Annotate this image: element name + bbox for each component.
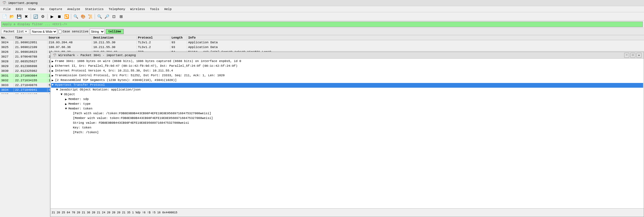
toolbar-save[interactable]: 💾 [16, 13, 22, 20]
tree-toggle-icon[interactable]: ▼ [56, 88, 59, 91]
detail-row[interactable]: ▶ [2 Reassembled TCP Segments (1230 byte… [51, 78, 643, 83]
string-select[interactable]: String Regex [90, 29, 105, 34]
filter-bar [0, 21, 644, 28]
cell-protocol: TLSv1.2 [137, 41, 170, 44]
detail-row[interactable]: ▶ Frame 3841: 1086 bytes on wire (8688 b… [51, 59, 643, 64]
menu-statistics[interactable]: Statistics [83, 7, 106, 11]
toolbar-zoom-in[interactable]: 🔍 [96, 13, 103, 20]
packet-list-header: No. Time Source Destination Protocol Len… [0, 35, 644, 40]
cell-time: 22.271849941 [14, 88, 47, 92]
detail-row[interactable]: ▶ Transmission Control Protocol, Src Por… [51, 73, 643, 78]
tree-node-text: Ethernet II, Src: Parallel_f0:9d:47 (00:… [55, 64, 643, 68]
detail-row[interactable]: ▶ Member: type [51, 102, 643, 107]
toolbar-filter-expr[interactable]: 🔍 [72, 13, 79, 20]
case-sensitive-text: Case sensitive [63, 30, 88, 33]
col-header-length: Length [170, 36, 187, 39]
tree-node-text: Internet Protocol Version 4, Src: 10.211… [55, 69, 643, 72]
detail-row[interactable]: ▼ Member: token [51, 107, 643, 111]
toolbar-start[interactable]: ▶ [49, 13, 55, 20]
menu-tools[interactable]: Tools [148, 7, 161, 11]
detail-row[interactable]: [Member with value: token:FDB8E9B9B443CB… [51, 116, 643, 121]
dialog-title-text: Wireshark · Packet 3841 · important.pcap… [58, 54, 136, 57]
menu-bar: File Edit View Go Capture Analyze Statis… [0, 6, 644, 12]
toolbar-stop[interactable]: ⏹ [56, 13, 63, 20]
tree-toggle-icon[interactable]: ▼ [61, 93, 64, 96]
toolbar-new[interactable]: 📄 [1, 13, 8, 20]
cell-time: 21.969012109 [14, 46, 47, 49]
cell-protocol: TLSv1.2 [137, 46, 170, 49]
cell-no: 3829 [0, 65, 14, 68]
tree-node-text: Object [64, 93, 643, 96]
filter-input[interactable] [1, 22, 643, 27]
detail-row[interactable]: ▶ Member: sdp [51, 97, 643, 102]
tree-node-text: Member: sdp [68, 97, 643, 101]
tree-toggle-icon[interactable]: ▼ [65, 107, 68, 110]
toolbar-colorize[interactable]: 🎨 [80, 13, 86, 20]
col-header-time: Time [14, 36, 47, 39]
toolbar-resize-columns[interactable]: ⊞ [118, 13, 125, 20]
tree-toggle-icon[interactable]: ▶ [52, 64, 55, 68]
menu-capture[interactable]: Capture [47, 7, 64, 11]
toolbar-sep-1 [31, 14, 31, 19]
table-row[interactable]: 3824 21.969012051 218.93.204.48 10.211.5… [0, 40, 644, 45]
cell-no: 3828 [0, 60, 14, 63]
tab-packet-list[interactable]: Packet list ▾ [1, 29, 29, 34]
cell-length: 93 [170, 46, 187, 49]
toolbar-zoom-normal[interactable]: ⊡ [111, 13, 117, 20]
dialog-close-button[interactable]: ✕ [636, 53, 641, 58]
detail-row[interactable]: [Path with value: /token:FDB8E9B9B443CB9… [51, 111, 643, 116]
toolbar-zoom-out[interactable]: 🔎 [103, 13, 110, 20]
tree-node-text: Member: type [68, 102, 643, 106]
detail-row[interactable]: String value: FDB8E9B9B443CB98F4EFE19E8E… [51, 121, 643, 126]
detail-row[interactable]: ▼ JavaScript Object Notation: applicatio… [51, 88, 643, 92]
cell-time: 21.969012051 [14, 41, 47, 44]
cell-destination: 10.211.55.30 [92, 41, 137, 44]
tree-toggle-icon[interactable]: ▶ [65, 97, 68, 101]
menu-analyze[interactable]: Analyze [65, 7, 82, 11]
menu-view[interactable]: View [26, 7, 38, 11]
narrow-wide-select[interactable]: Narrow & Wide Narrow Wide [30, 29, 57, 34]
table-row[interactable]: 3825 21.969012109 180.97.66.36 10.211.55… [0, 45, 644, 50]
menu-edit[interactable]: Edit [13, 7, 25, 11]
title-text: important.pcapng [8, 1, 38, 5]
dialog-maximize-button[interactable]: □ [630, 53, 635, 58]
tree-toggle-icon[interactable]: ▶ [52, 59, 55, 63]
dialog-title-bar: 🦈 Wireshark · Packet 3841 · important.pc… [51, 52, 644, 59]
menu-help[interactable]: Help [162, 7, 174, 11]
tree-toggle-icon[interactable]: ▶ [52, 74, 55, 77]
dialog-minimize-button[interactable]: ─ [624, 53, 629, 58]
toolbar-restart[interactable]: 🔁 [63, 13, 70, 20]
col-header-no: No. [0, 36, 14, 39]
menu-file[interactable]: File [1, 7, 13, 11]
cell-time: 21.969018623 [14, 50, 47, 54]
menu-telephony[interactable]: Telephony [106, 7, 127, 11]
detail-row[interactable]: ▼ Object [51, 92, 643, 97]
detail-row[interactable]: [Path: /token] [51, 130, 643, 135]
col-header-info: Info [187, 36, 644, 39]
toolbar-autoscroll[interactable]: 📜 [87, 13, 94, 20]
tree-toggle-icon[interactable]: ▶ [65, 102, 68, 106]
toolbar-close[interactable]: ✖ [23, 13, 30, 20]
case-sensitive-checkbox[interactable] [58, 30, 62, 33]
detail-row[interactable]: Key: token [51, 126, 643, 130]
cell-info: Application Data [187, 46, 644, 49]
toolbar-capture-opts[interactable]: ⚙ [39, 13, 46, 20]
detail-row[interactable]: ▶ Ethernet II, Src: Parallel_f0:9d:47 (0… [51, 64, 643, 69]
hex-content: 21 20 25 64 70 20 21 36 20 21 24 20 20 2… [52, 211, 177, 214]
toolbar: 📄 📂 💾 ✖ 🔄 ⚙ ▶ ⏹ 🔁 🔍 🎨 📜 🔍 🔎 ⊡ ⊞ [0, 12, 644, 21]
toolbar-reload[interactable]: 🔄 [32, 13, 39, 20]
menu-wireless[interactable]: Wireless [128, 7, 147, 11]
cell-time: 22.271634155 [14, 79, 47, 82]
cell-time: 22.271603084 [14, 74, 47, 77]
tree-toggle-icon[interactable]: ▼ [52, 83, 55, 87]
detail-row[interactable]: ▶ Internet Protocol Version 4, Src: 10.2… [51, 69, 643, 73]
toolbar-open[interactable]: 📂 [8, 13, 15, 20]
menu-go[interactable]: Go [38, 7, 46, 11]
cell-info: Application Data [187, 41, 644, 44]
cell-time: 22.271849876 [14, 84, 47, 87]
tree-toggle-icon[interactable]: ▶ [52, 69, 55, 73]
title-bar: 🦈 important.pcapng [0, 0, 644, 6]
cell-length: 93 [170, 41, 187, 44]
detail-row[interactable]: ▼ Hypertext Transfer Protocol [51, 83, 643, 88]
tree-toggle-icon[interactable]: ▶ [52, 78, 55, 82]
